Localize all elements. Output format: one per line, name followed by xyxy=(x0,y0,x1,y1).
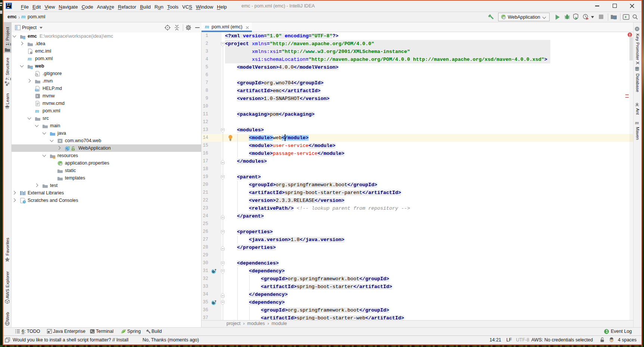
svg-text:MD: MD xyxy=(35,89,39,91)
